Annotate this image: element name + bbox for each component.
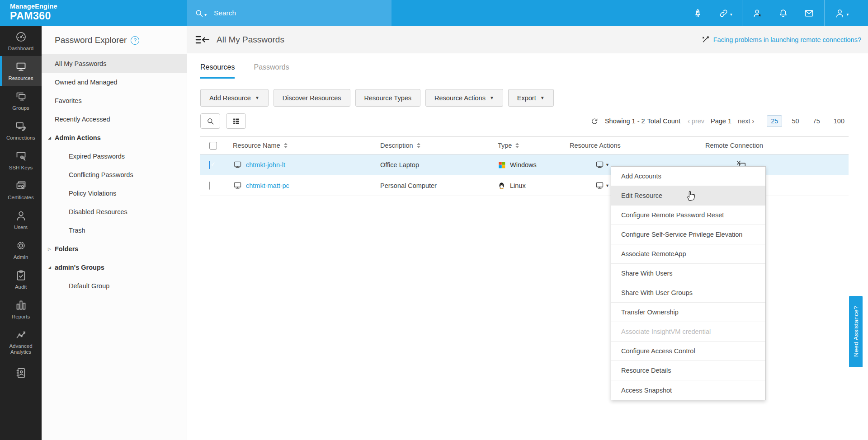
sidebar-item-contacts[interactable] — [0, 359, 42, 389]
explorer-item[interactable]: Expired Passwords — [42, 147, 187, 165]
need-assistance-tab[interactable]: Need Assistance? — [849, 296, 863, 367]
chevron-down-icon: ▼ — [255, 95, 259, 100]
sidebar-item-resources[interactable]: Resources — [0, 56, 42, 86]
explorer-item[interactable]: Trash — [42, 221, 187, 239]
explorer-item-label: All My Passwords — [55, 60, 106, 67]
resource-name-link[interactable]: chtmkt-john-lt — [246, 161, 285, 169]
tree-arrow-icon[interactable]: ▷ — [48, 247, 55, 251]
table-search-button[interactable] — [200, 113, 220, 129]
menu-item[interactable]: Share With User Groups — [611, 283, 765, 303]
link-icon[interactable]: ▾ — [718, 8, 732, 19]
collapse-sidebar-icon[interactable] — [195, 35, 210, 45]
search-scope-caret-icon[interactable]: ▾ — [204, 12, 207, 17]
explorer-item[interactable]: Conflicting Passwords — [42, 165, 187, 184]
sidebar-item-groups[interactable]: Groups — [0, 86, 42, 116]
menu-item[interactable]: Configure Remote Password Reset — [611, 206, 765, 225]
user-star-icon[interactable]: ▾ — [752, 8, 763, 19]
explorer-item[interactable]: Recently Accessed — [42, 110, 187, 128]
topbar-icons: ▾ ▾ ▾ ▾ ▾ — [685, 0, 868, 26]
explorer-item-label: Folders — [55, 245, 78, 253]
search-input[interactable] — [214, 9, 368, 17]
monitor-icon — [233, 181, 242, 190]
page-size-option[interactable]: 75 — [809, 115, 824, 127]
menu-item[interactable]: Add Accounts — [611, 167, 765, 186]
sort-icon[interactable] — [417, 143, 420, 149]
sort-icon[interactable] — [284, 143, 288, 149]
column-header[interactable]: Type — [498, 142, 570, 149]
tab[interactable]: Resources — [200, 63, 235, 79]
explorer-item[interactable]: ▷ Folders — [42, 239, 187, 258]
nav-icon — [15, 328, 27, 341]
nav-label: Advanced Analytics — [1, 343, 41, 355]
menu-item[interactable]: Configure Access Control — [611, 342, 765, 361]
row-checkbox[interactable] — [209, 182, 210, 190]
rocket-icon[interactable]: ▾ — [693, 8, 703, 19]
global-search[interactable]: ▾ — [187, 0, 392, 26]
button-label: Add Resource — [209, 94, 251, 102]
explorer-item[interactable]: All My Passwords — [42, 54, 187, 73]
monitor-icon — [233, 160, 242, 169]
user-icon[interactable]: ▾ — [835, 8, 849, 19]
explorer-item-label: admin's Groups — [55, 264, 104, 271]
sidebar-item-advanced-analytics[interactable]: Advanced Analytics — [0, 324, 42, 359]
page-size-option[interactable]: 100 — [830, 115, 849, 127]
explorer-item[interactable]: Policy Violations — [42, 184, 187, 202]
explorer-list: All My Passwords Owned and Managed Favor… — [42, 54, 187, 295]
tree-arrow-icon[interactable]: ◢ — [48, 265, 55, 270]
select-all-checkbox[interactable] — [209, 142, 217, 150]
page-size-option[interactable]: 50 — [788, 115, 803, 127]
menu-item[interactable]: Edit Resource — [611, 186, 765, 206]
nav-label: Users — [14, 225, 28, 230]
total-count-link[interactable]: Total Count — [647, 117, 680, 125]
sidebar-item-certificates[interactable]: Certificates — [0, 175, 42, 205]
resource-name-link[interactable]: chtmkt-matt-pc — [246, 182, 289, 189]
refresh-icon[interactable] — [590, 117, 599, 125]
menu-item[interactable]: Associate InsightVM credential — [611, 322, 765, 342]
tab[interactable]: Passwords — [254, 63, 289, 79]
discover-resources-button[interactable]: Discover Resources ▼ — [274, 89, 350, 107]
tree-arrow-icon[interactable]: ◢ — [48, 136, 55, 140]
sidebar-item-dashboard[interactable]: Dashboard — [0, 26, 42, 56]
remote-connection-help-link[interactable]: Facing problems in launching remote conn… — [713, 36, 861, 43]
sidebar-item-admin[interactable]: Admin — [0, 235, 42, 265]
help-icon[interactable]: ? — [131, 36, 139, 45]
nav-label: Resources — [9, 75, 33, 81]
sidebar-item-users[interactable]: Users — [0, 205, 42, 235]
next-page-button[interactable]: next › — [738, 117, 754, 125]
sidebar-item-audit[interactable]: Audit — [0, 265, 42, 295]
export-button[interactable]: Export ▼ — [508, 89, 554, 107]
table-header: Resource Name Description Type Resource … — [200, 136, 849, 154]
sort-icon[interactable] — [515, 143, 519, 149]
list-view-button[interactable] — [226, 113, 246, 129]
nav-icon — [15, 31, 27, 43]
prev-page-button[interactable]: ‹ prev — [688, 117, 704, 125]
column-header[interactable]: Description — [380, 142, 498, 149]
nav-label: Connections — [6, 135, 35, 141]
nav-icon — [15, 150, 27, 162]
row-checkbox[interactable] — [209, 161, 210, 169]
explorer-item[interactable]: ◢ Admin Actions — [42, 128, 187, 147]
page-size-option[interactable]: 25 — [767, 115, 782, 127]
sidebar-item-ssh-keys[interactable]: SSH Keys — [0, 145, 42, 175]
resource-types-button[interactable]: Resource Types ▼ — [355, 89, 421, 107]
explorer-item[interactable]: Owned and Managed — [42, 73, 187, 91]
sidebar-item-reports[interactable]: Reports — [0, 295, 42, 324]
menu-item[interactable]: Configure Self-Service Privilege Elevati… — [611, 225, 765, 244]
explorer-item-label: Conflicting Passwords — [69, 171, 133, 178]
explorer-item[interactable]: Default Group — [42, 276, 187, 295]
column-header[interactable]: Resource Name — [233, 142, 380, 149]
menu-item[interactable]: Transfer Ownership — [611, 303, 765, 322]
sidebar-item-connections[interactable]: Connections — [0, 116, 42, 145]
menu-item[interactable]: Associate RemoteApp — [611, 244, 765, 264]
explorer-item[interactable]: ◢ admin's Groups — [42, 258, 187, 276]
nav-label: Groups — [12, 105, 29, 111]
mail-icon[interactable]: ▾ — [804, 8, 814, 19]
bell-icon[interactable]: ▾ — [778, 8, 788, 19]
resource-actions-button[interactable]: Resource Actions ▼ — [425, 89, 503, 107]
menu-item[interactable]: Share With Users — [611, 264, 765, 283]
explorer-item[interactable]: Disabled Resources — [42, 202, 187, 221]
menu-item[interactable]: Access Snapshot — [611, 380, 765, 400]
add-resource-button[interactable]: Add Resource ▼ — [200, 89, 269, 107]
explorer-item[interactable]: Favorites — [42, 91, 187, 110]
menu-item[interactable]: Resource Details — [611, 361, 765, 380]
